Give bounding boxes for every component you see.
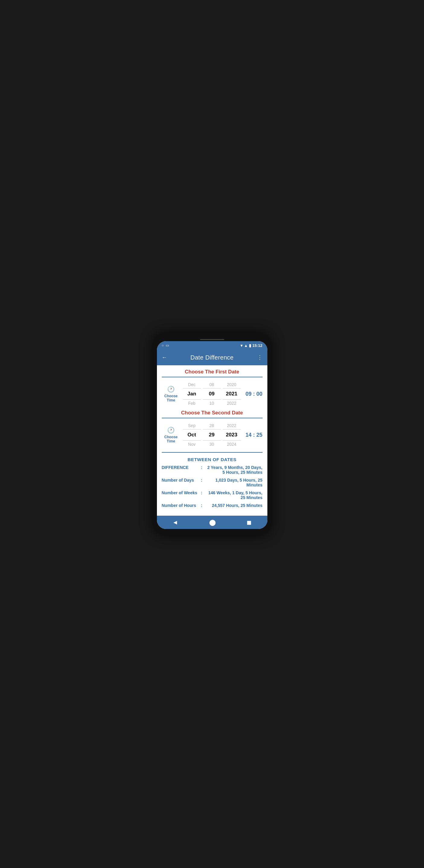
first-date-year-above: 2020 (223, 381, 241, 389)
first-date-day-below: 10 (203, 399, 221, 407)
results-title: BETWEEN OF DATES (162, 457, 262, 462)
second-date-year-col[interactable]: 2022 2023 2024 (223, 422, 241, 448)
first-date-section: Choose The First Date 🕐 Choose Time Dec … (162, 369, 262, 407)
hours-row: Number of Hours : 24,557 Hours, 25 Minut… (162, 503, 262, 508)
first-date-month-below: Feb (183, 399, 201, 407)
battery-icon: ▮ (249, 343, 251, 348)
second-date-month-col[interactable]: Sep Oct Nov (183, 422, 201, 448)
weeks-label: Number of Weeks (162, 490, 201, 495)
days-value: 1,023 Days, 5 Hours, 25 Minutes (205, 478, 262, 487)
second-date-month-below: Nov (183, 440, 201, 448)
first-date-title: Choose The First Date (162, 369, 262, 377)
nav-recent-button[interactable]: ◼ (241, 518, 258, 527)
first-date-time[interactable]: 09 : 00 (243, 391, 262, 397)
second-date-clock-icon: 🕐 (167, 427, 175, 434)
first-date-picker-columns: Dec Jan Feb 08 09 10 2020 (183, 381, 241, 407)
second-date-day-col[interactable]: 28 29 30 (203, 422, 221, 448)
first-date-month-col[interactable]: Dec Jan Feb (183, 381, 201, 407)
first-date-year-selected: 2021 (223, 389, 241, 399)
hours-colon: : (201, 503, 202, 508)
first-date-choose-time[interactable]: 🕐 Choose Time (162, 385, 180, 402)
nav-home-button[interactable]: ⬤ (203, 518, 222, 527)
difference-row: DIFFERENCE : 2 Years, 9 Months, 20 Days,… (162, 465, 262, 475)
difference-value: 2 Years, 9 Months, 20 Days, 5 Hours, 25 … (205, 465, 262, 475)
difference-label: DIFFERENCE (162, 465, 201, 470)
second-date-day-above: 28 (203, 422, 221, 430)
second-date-year-below: 2024 (223, 440, 241, 448)
nav-back-button[interactable]: ◄ (166, 518, 185, 527)
weeks-row: Number of Weeks : 146 Weeks, 1 Day, 5 Ho… (162, 490, 262, 500)
second-date-section: Choose The Second Date 🕐 Choose Time Sep… (162, 410, 262, 448)
days-label: Number of Days (162, 478, 201, 483)
first-date-month-selected: Jan (183, 389, 201, 399)
days-colon: : (201, 478, 202, 483)
first-date-year-below: 2022 (223, 399, 241, 407)
wifi-icon: ▾ (241, 343, 243, 348)
second-date-month-above: Sep (183, 422, 201, 430)
second-date-choose-time-label: Choose Time (162, 435, 180, 443)
difference-colon: : (201, 465, 202, 470)
first-date-day-above: 08 (203, 381, 221, 389)
second-date-day-below: 30 (203, 440, 221, 448)
second-date-day-selected: 29 (203, 430, 221, 440)
top-notch (157, 337, 267, 341)
first-date-picker-row: 🕐 Choose Time Dec Jan Feb 08 0 (162, 381, 262, 407)
second-date-time[interactable]: 14 : 25 (243, 432, 262, 438)
second-date-picker-row: 🕐 Choose Time Sep Oct Nov 28 2 (162, 422, 262, 448)
hours-label: Number of Hours (162, 503, 201, 508)
results-section: BETWEEN OF DATES DIFFERENCE : 2 Years, 9… (162, 457, 262, 508)
second-date-picker-columns: Sep Oct Nov 28 29 30 2022 (183, 422, 241, 448)
app-bar: ← Date Difference ⋮ (157, 350, 267, 365)
first-date-choose-time-label: Choose Time (162, 394, 180, 402)
time-display: 15:12 (252, 343, 262, 348)
second-date-month-selected: Oct (183, 430, 201, 440)
weeks-colon: : (201, 490, 202, 495)
hours-value: 24,557 Hours, 25 Minutes (205, 503, 262, 508)
sim-icon: ○ (162, 343, 164, 347)
second-date-title: Choose The Second Date (162, 410, 262, 418)
second-date-year-selected: 2023 (223, 430, 241, 440)
first-date-clock-icon: 🕐 (167, 385, 175, 393)
first-date-day-col[interactable]: 08 09 10 (203, 381, 221, 407)
first-date-year-col[interactable]: 2020 2021 2022 (223, 381, 241, 407)
content-area: Choose The First Date 🕐 Choose Time Dec … (157, 365, 267, 516)
signal-icon: ▲ (244, 343, 248, 348)
second-date-choose-time[interactable]: 🕐 Choose Time (162, 427, 180, 443)
days-row: Number of Days : 1,023 Days, 5 Hours, 25… (162, 478, 262, 487)
phone-frame: ○ ▭ ▾ ▲ ▮ 15:12 ← Date Difference ⋮ Choo… (153, 333, 271, 535)
back-button[interactable]: ← (162, 354, 167, 361)
first-date-month-above: Dec (183, 381, 201, 389)
status-bar: ○ ▭ ▾ ▲ ▮ 15:12 (157, 341, 267, 350)
battery-small-icon: ▭ (166, 343, 169, 347)
share-button[interactable]: ⋮ (257, 354, 262, 361)
status-left-icons: ○ ▭ (162, 343, 169, 347)
bottom-notch (157, 529, 267, 531)
first-date-day-selected: 09 (203, 389, 221, 399)
status-right: ▾ ▲ ▮ 15:12 (241, 343, 262, 348)
phone-inner: ○ ▭ ▾ ▲ ▮ 15:12 ← Date Difference ⋮ Choo… (157, 341, 267, 529)
second-date-year-above: 2022 (223, 422, 241, 430)
notch-line (200, 339, 224, 340)
nav-bar: ◄ ⬤ ◼ (157, 516, 267, 529)
app-title: Date Difference (191, 354, 233, 361)
results-divider (162, 452, 262, 453)
weeks-value: 146 Weeks, 1 Day, 5 Hours, 25 Minutes (205, 490, 262, 500)
